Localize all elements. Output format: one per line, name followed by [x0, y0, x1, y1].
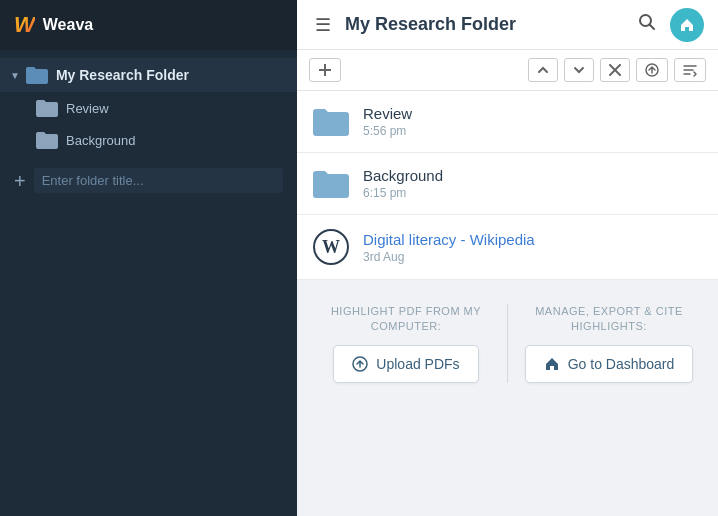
root-folder-label: My Research Folder [56, 67, 189, 83]
action-divider [507, 304, 508, 383]
sidebar-item-background-label: Background [66, 133, 135, 148]
sidebar-item-background[interactable]: Background [36, 124, 297, 156]
review-item-folder-icon [313, 107, 349, 137]
add-folder-button[interactable]: + [14, 171, 26, 191]
wiki-item-name: Digital literacy - Wikipedia [363, 231, 535, 248]
review-folder-icon [36, 99, 58, 117]
upload-pdfs-label: Upload PDFs [376, 356, 459, 372]
add-folder-input[interactable] [34, 168, 283, 193]
dashboard-card-label: MANAGE, EXPORT & CITE HIGHLIGHTS: [516, 304, 702, 335]
background-item-info: Background 6:15 pm [363, 167, 443, 200]
sidebar-header: W Weava [0, 0, 297, 50]
review-item-info: Review 5:56 pm [363, 105, 412, 138]
upload-pdfs-button[interactable]: Upload PDFs [333, 345, 478, 383]
sidebar-children: Review Background [0, 92, 297, 156]
svg-rect-3 [319, 69, 331, 71]
action-cards: HIGHLIGHT PDF FROM MY COMPUTER: Upload P… [297, 280, 718, 407]
upload-pdf-icon [352, 356, 368, 372]
upload-icon [645, 63, 659, 77]
go-to-dashboard-button[interactable]: Go to Dashboard [525, 345, 694, 383]
wiki-item-info: Digital literacy - Wikipedia 3rd Aug [363, 231, 535, 264]
list-item[interactable]: Background 6:15 pm [297, 153, 718, 215]
dashboard-home-icon [544, 356, 560, 372]
main-header: ☰ My Research Folder [297, 0, 718, 50]
root-folder-item[interactable]: ▼ My Research Folder [0, 58, 297, 92]
delete-button[interactable] [600, 58, 630, 82]
home-button[interactable] [670, 8, 704, 42]
app-name-label: Weava [43, 16, 93, 34]
chevron-up-icon [537, 64, 549, 76]
sidebar-item-review-label: Review [66, 101, 109, 116]
background-item-date: 6:15 pm [363, 186, 443, 200]
svg-line-1 [650, 25, 655, 30]
main-panel: ☰ My Research Folder [297, 0, 718, 516]
background-item-folder-icon [313, 169, 349, 199]
home-icon [679, 17, 695, 33]
add-item-button[interactable] [309, 58, 341, 82]
add-folder-row: + [0, 160, 297, 201]
review-item-date: 5:56 pm [363, 124, 412, 138]
review-item-name: Review [363, 105, 412, 122]
sidebar-item-review[interactable]: Review [36, 92, 297, 124]
toolbar-right [528, 58, 706, 82]
content-list: Review 5:56 pm Background 6:15 pm W Digi… [297, 91, 718, 516]
upload-button[interactable] [636, 58, 668, 82]
caret-icon: ▼ [10, 70, 20, 81]
sort-icon [683, 63, 697, 77]
sidebar-tree: ▼ My Research Folder Review Background + [0, 50, 297, 516]
go-to-dashboard-label: Go to Dashboard [568, 356, 675, 372]
sidebar: W Weava ▼ My Research Folder Review [0, 0, 297, 516]
move-down-button[interactable] [564, 58, 594, 82]
sort-button[interactable] [674, 58, 706, 82]
search-icon [638, 13, 656, 31]
root-folder-icon [26, 66, 48, 84]
wikipedia-icon: W [313, 229, 349, 265]
search-button[interactable] [634, 9, 660, 40]
chevron-down-icon [573, 64, 585, 76]
add-icon [318, 63, 332, 77]
hamburger-button[interactable]: ☰ [311, 10, 335, 40]
upload-card-label: HIGHLIGHT PDF FROM MY COMPUTER: [313, 304, 499, 335]
upload-card-group: HIGHLIGHT PDF FROM MY COMPUTER: Upload P… [313, 304, 499, 383]
move-up-button[interactable] [528, 58, 558, 82]
logo-w-icon: W [14, 12, 35, 38]
dashboard-card-group: MANAGE, EXPORT & CITE HIGHLIGHTS: Go to … [516, 304, 702, 383]
list-item[interactable]: Review 5:56 pm [297, 91, 718, 153]
close-icon [609, 64, 621, 76]
background-item-name: Background [363, 167, 443, 184]
toolbar [297, 50, 718, 91]
list-item[interactable]: W Digital literacy - Wikipedia 3rd Aug [297, 215, 718, 280]
wiki-item-date: 3rd Aug [363, 250, 535, 264]
page-title: My Research Folder [345, 14, 624, 35]
background-folder-icon [36, 131, 58, 149]
weava-logo: W Weava [14, 12, 93, 38]
